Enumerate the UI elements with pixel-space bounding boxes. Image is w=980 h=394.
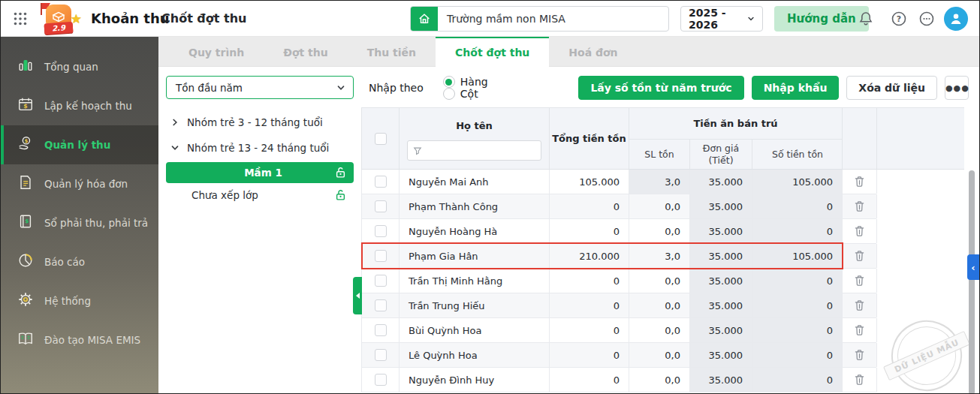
table-row: Phạm Gia Hân 210.000 3,0 35.000 105.000	[361, 244, 876, 269]
help-circle-icon[interactable]: ?	[890, 10, 908, 28]
cell-sl-balance[interactable]: 0,0	[629, 219, 690, 243]
tree-group[interactable]: Nhóm trẻ 3 - 12 tháng tuổi	[166, 110, 354, 135]
cell-total-balance[interactable]: 210.000	[550, 244, 629, 268]
trash-icon	[854, 324, 865, 336]
cell-sl-balance[interactable]: 0,0	[629, 343, 690, 367]
cell-total-balance[interactable]: 0	[550, 343, 629, 367]
tree-group[interactable]: Nhóm trẻ 13 - 24 tháng tuổi	[166, 135, 354, 161]
money-hand-icon: $	[17, 135, 34, 155]
table-row: Lê Quỳnh Hoa 0 0,0 35.000 0	[361, 343, 876, 368]
row-checkbox[interactable]	[375, 324, 387, 336]
notifications-bell-icon[interactable]	[857, 10, 875, 28]
cell-student-name: Nguyễn Hoàng Hà	[400, 219, 550, 243]
cell-total-balance[interactable]: 0	[550, 318, 629, 342]
row-checkbox[interactable]	[375, 225, 387, 237]
tab-bar: Quy trìnhĐợt thuThu tiềnChốt đợt thuHoá …	[158, 37, 979, 67]
sidebar-item-open-book[interactable]: Đào tạo MISA EMIS	[1, 320, 158, 359]
input-mode-label: Nhập theo	[369, 82, 424, 94]
delete-row-button[interactable]	[851, 296, 869, 314]
cell-sl-balance[interactable]: 0,0	[629, 318, 690, 342]
select-all-checkbox[interactable]	[375, 133, 387, 145]
sidebar-item-pie-chart[interactable]: Báo cáo	[1, 242, 158, 281]
cell-sl-balance[interactable]: 3,0	[629, 170, 690, 194]
cell-total-balance[interactable]: 0	[550, 219, 629, 243]
table-row: Nguyễn Mai Anh 105.000 3,0 35.000 105.00…	[361, 170, 876, 194]
table-row: Nguyễn Đình Huy 0 0,0 35.000 0	[361, 368, 876, 392]
table-row: Trần Thị Minh Hằng 0 0,0 35.000 0	[361, 269, 876, 293]
delete-row-button[interactable]	[851, 247, 869, 265]
sidebar-item-label: Sổ phải thu, phải trả	[44, 217, 148, 229]
sidebar-item-label: Đào tạo MISA EMIS	[44, 334, 140, 346]
row-checkbox[interactable]	[375, 200, 387, 212]
misa-logo: ★ 2.9	[37, 2, 83, 35]
get-balance-button[interactable]: Lấy số tồn từ năm trước	[578, 76, 743, 100]
delete-row-button[interactable]	[851, 222, 869, 240]
cell-total-balance[interactable]: 0	[550, 194, 629, 218]
radio-hàng[interactable]: Hàng	[443, 76, 488, 88]
school-year-select[interactable]: 2025 - 2026	[680, 6, 763, 32]
more-actions-button[interactable]: ●●●	[945, 76, 969, 100]
sidebar-item-label: Hệ thống	[44, 295, 91, 307]
row-checkbox[interactable]	[375, 176, 387, 188]
period-dropdown[interactable]: Tồn đầu năm	[166, 76, 354, 99]
cell-sl-balance[interactable]: 0,0	[629, 368, 690, 392]
sidebar-item-label: Báo cáo	[44, 256, 85, 268]
delete-data-button[interactable]: Xóa dữ liệu	[846, 76, 937, 100]
right-panel-expander[interactable]: ‹	[967, 254, 979, 280]
chevron-left-icon	[356, 293, 360, 299]
trash-icon	[854, 299, 865, 311]
cell-total-balance[interactable]: 0	[550, 269, 629, 293]
row-checkbox[interactable]	[375, 299, 387, 311]
delete-row-button[interactable]	[851, 197, 869, 215]
name-filter-input[interactable]	[407, 140, 541, 161]
trash-icon	[854, 176, 865, 188]
school-year-value: 2025 - 2026	[689, 7, 747, 31]
ledger-icon: $	[17, 213, 34, 233]
tab-chốt-đợt-thu[interactable]: Chốt đợt thu	[436, 37, 549, 67]
vertical-scrollbar[interactable]	[969, 170, 975, 394]
row-checkbox[interactable]	[375, 250, 387, 262]
tab-hoá-đơn[interactable]: Hoá đơn	[549, 37, 637, 67]
help-guide-button[interactable]: Hướng dẫn	[774, 6, 869, 32]
cell-student-name: Lê Quỳnh Hoa	[400, 343, 550, 367]
cell-total-balance[interactable]: 0	[550, 368, 629, 392]
sidebar-item-invoice[interactable]: Quản lý hóa đơn	[1, 164, 158, 203]
delete-row-button[interactable]	[851, 371, 869, 389]
cell-sl-balance[interactable]: 0,0	[629, 194, 690, 218]
main-panel: Nhập theo Hàng Cột Lấy số tồn từ năm trư…	[361, 67, 979, 394]
tree-class-item[interactable]: Chưa xếp lớp	[166, 185, 354, 206]
cell-sl-balance[interactable]: 0,0	[629, 269, 690, 293]
sidebar-item-ledger[interactable]: $ Sổ phải thu, phải trả	[1, 203, 158, 242]
delete-row-button[interactable]	[851, 346, 869, 364]
tab-quy-trình[interactable]: Quy trình	[169, 37, 264, 67]
more-options-icon[interactable]	[918, 10, 936, 28]
cell-student-name: Nguyễn Đình Huy	[400, 368, 550, 392]
radio-cột[interactable]: Cột	[443, 88, 488, 100]
delete-row-button[interactable]	[851, 272, 869, 290]
cell-total-balance[interactable]: 0	[550, 293, 629, 317]
school-selector[interactable]: Trường mầm non MISA	[410, 6, 669, 32]
sidebar-item-bar-chart[interactable]: Tổng quan	[1, 47, 158, 86]
cell-total-balance[interactable]: 105.000	[550, 170, 629, 194]
tab-đợt-thu[interactable]: Đợt thu	[264, 37, 348, 67]
row-checkbox[interactable]	[375, 275, 387, 287]
cell-sl-balance[interactable]: 0,0	[629, 293, 690, 317]
delete-row-button[interactable]	[851, 321, 869, 339]
tab-thu-tiền[interactable]: Thu tiền	[348, 37, 436, 67]
tree-class-item[interactable]: Mầm 1	[166, 162, 354, 183]
sidebar-item-calendar-money[interactable]: $ Lập kế hoạch thu	[1, 86, 158, 125]
cell-sl-balance[interactable]: 3,0	[629, 244, 690, 268]
sidebar-item-gear[interactable]: Hệ thống	[1, 281, 158, 320]
delete-row-button[interactable]	[851, 173, 869, 191]
import-button[interactable]: Nhập khẩu	[752, 76, 840, 100]
filter-funnel-icon	[413, 146, 422, 155]
row-checkbox[interactable]	[375, 349, 387, 361]
cell-student-name: Trần Thị Minh Hằng	[400, 269, 550, 293]
tree-collapse-handle[interactable]	[353, 277, 362, 314]
row-checkbox[interactable]	[375, 374, 387, 386]
page-title: Chốt đợt thu	[161, 11, 246, 26]
column-group-header: Tiền ăn bán trú	[629, 108, 842, 140]
user-avatar[interactable]	[944, 7, 968, 31]
sidebar-item-money-hand[interactable]: $ Quản lý thu	[1, 125, 158, 164]
app-grid-icon[interactable]	[13, 11, 28, 26]
